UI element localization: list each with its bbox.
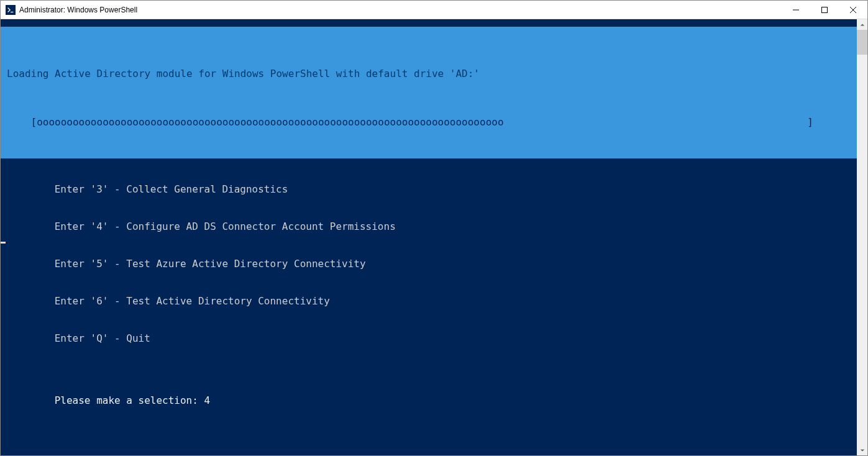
menu-line: Enter 'Q' - Quit — [1, 332, 857, 345]
console-output[interactable]: Loading Active Directory module for Wind… — [1, 19, 857, 455]
chevron-up-icon — [860, 22, 865, 27]
scrollbar-track[interactable] — [857, 30, 867, 445]
minimize-button[interactable] — [782, 1, 810, 19]
menu-lines: Enter '3' - Collect General Diagnostics … — [1, 158, 857, 370]
titlebar: Administrator: Windows PowerShell — [1, 1, 867, 19]
scrollbar-down-button[interactable] — [857, 445, 867, 455]
close-button[interactable] — [839, 1, 867, 19]
progress-gap — [504, 116, 808, 129]
menu-line: Enter '6' - Test Active Directory Connec… — [1, 295, 857, 308]
progress-indent: [ — [7, 116, 37, 129]
console-wrapper: Loading Active Directory module for Wind… — [1, 19, 867, 455]
progress-fill: oooooooooooooooooooooooooooooooooooooooo… — [37, 116, 503, 129]
menu-line: Enter '3' - Collect General Diagnostics — [1, 183, 857, 196]
text-cursor — [1, 242, 6, 244]
window-title: Administrator: Windows PowerShell — [19, 6, 137, 14]
svg-rect-3 — [822, 7, 828, 12]
blank-line — [1, 382, 857, 394]
powershell-icon — [6, 5, 16, 15]
prompt-line: Please make a selection: 4 — [1, 394, 857, 407]
menu-line: Enter '4' - Configure AD DS Connector Ac… — [1, 221, 857, 233]
menu-line: Enter '5' - Test Azure Active Directory … — [1, 258, 857, 270]
progress-end: ] — [807, 116, 851, 129]
blank-line — [1, 370, 857, 382]
maximize-button[interactable] — [810, 1, 839, 19]
scrollbar-thumb[interactable] — [857, 30, 867, 55]
maximize-icon — [821, 7, 828, 13]
scrollbar-up-button[interactable] — [857, 19, 867, 30]
titlebar-controls — [782, 1, 867, 19]
close-icon — [850, 7, 856, 13]
progress-banner: Loading Active Directory module for Wind… — [1, 27, 857, 158]
progress-title: Loading Active Directory module for Wind… — [7, 68, 851, 80]
minimize-icon — [793, 7, 799, 13]
titlebar-left: Administrator: Windows PowerShell — [6, 5, 137, 15]
progress-bar: [ oooooooooooooooooooooooooooooooooooooo… — [7, 116, 851, 129]
chevron-down-icon — [860, 448, 865, 453]
vertical-scrollbar[interactable] — [857, 19, 867, 455]
